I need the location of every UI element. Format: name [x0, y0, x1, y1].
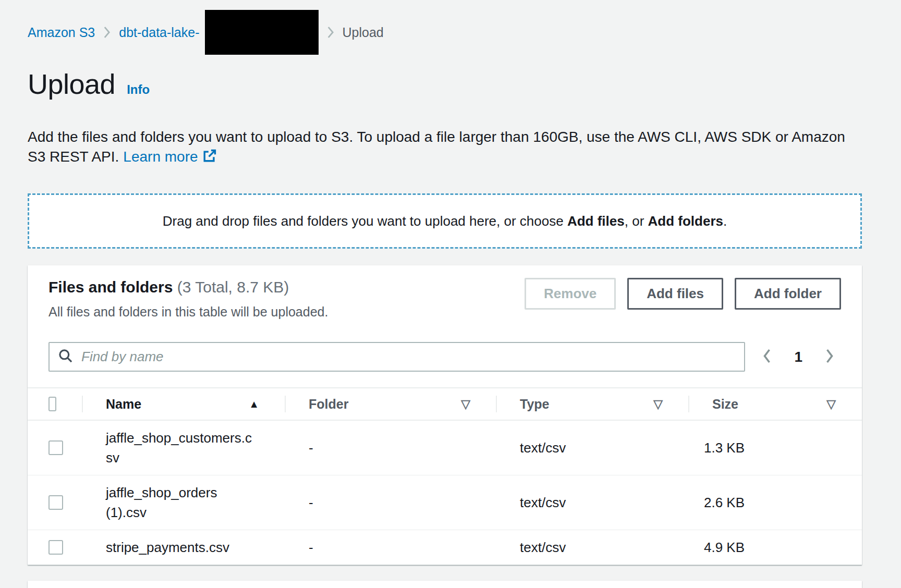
folder-cell: -	[285, 537, 496, 557]
row-checkbox[interactable]	[48, 440, 63, 455]
next-panel-partial	[28, 581, 862, 588]
row-select-cell	[28, 440, 82, 455]
panel-count-summary: (3 Total, 8.7 KB)	[177, 278, 289, 296]
search-box	[48, 342, 745, 372]
row-select-cell	[28, 495, 82, 510]
remove-button[interactable]: Remove	[525, 278, 616, 310]
files-and-folders-panel: Files and folders (3 Total, 8.7 KB) All …	[28, 265, 862, 565]
folder-cell: -	[285, 438, 496, 458]
column-label-size: Size	[712, 397, 738, 412]
page-content: Amazon S3 dbt-data-lake- Upload Upload I…	[0, 0, 901, 588]
breadcrumb-bucket[interactable]: dbt-data-lake-	[119, 25, 199, 40]
row-checkbox[interactable]	[48, 540, 63, 555]
row-select-cell	[28, 540, 82, 555]
column-header-type[interactable]: Type ▽	[496, 388, 689, 420]
chevron-right-icon	[824, 348, 835, 365]
external-link-icon[interactable]	[202, 150, 216, 166]
file-name-cell: stripe_payments.csv	[82, 537, 257, 557]
page-title-row: Upload Info	[28, 68, 862, 100]
sort-ascending-icon[interactable]: ▲	[249, 398, 259, 410]
add-folder-button[interactable]: Add folder	[735, 278, 841, 310]
breadcrumb-current-upload: Upload	[343, 25, 384, 40]
table-toolbar: 1	[28, 342, 862, 372]
drop-zone-text-middle: , or	[625, 213, 648, 229]
file-name-cell: jaffle_shop_customers.csv	[82, 428, 257, 468]
column-label-name: Name	[106, 397, 141, 412]
column-label-type: Type	[520, 397, 550, 412]
panel-subtitle: All files and folders in this table will…	[48, 304, 328, 320]
drop-zone-text-suffix: .	[723, 213, 727, 229]
redacted-bucket-name	[205, 10, 319, 55]
select-all-checkbox[interactable]	[48, 397, 56, 411]
row-checkbox[interactable]	[48, 495, 63, 510]
sort-down-icon[interactable]: ▽	[826, 397, 836, 411]
drag-drop-zone[interactable]: Drag and drop files and folders you want…	[28, 193, 862, 249]
pagination: 1	[762, 348, 841, 365]
drop-zone-text: Drag and drop files and folders you want…	[163, 213, 727, 229]
chevron-right-icon	[103, 26, 111, 39]
table-row: jaffle_shop_customers.csv - text/csv 1.3…	[28, 421, 862, 475]
breadcrumb-amazon-s3[interactable]: Amazon S3	[28, 25, 95, 40]
panel-actions: Remove Add files Add folder	[525, 278, 841, 310]
panel-header: Files and folders (3 Total, 8.7 KB) All …	[28, 278, 862, 320]
table-row: stripe_payments.csv - text/csv 4.9 KB	[28, 530, 862, 565]
type-cell: text/csv	[496, 537, 689, 557]
file-name-cell: jaffle_shop_orders (1).csv	[82, 483, 257, 522]
type-cell: text/csv	[496, 493, 689, 512]
select-all-header-cell	[28, 388, 82, 420]
search-icon	[58, 348, 73, 365]
page-title: Upload	[28, 68, 115, 100]
drop-zone-add-folders-label: Add folders	[648, 213, 723, 229]
folder-cell: -	[285, 493, 496, 512]
info-link[interactable]: Info	[127, 82, 150, 97]
previous-page-button[interactable]	[762, 348, 772, 365]
panel-title-label: Files and folders	[48, 278, 173, 296]
learn-more-link[interactable]: Learn more	[123, 149, 198, 165]
files-table: Name ▲ Folder ▽ Type ▽ Size ▽	[28, 387, 862, 565]
size-cell: 1.3 KB	[689, 438, 862, 458]
chevron-right-icon	[327, 26, 334, 39]
column-header-name[interactable]: Name ▲	[82, 388, 285, 420]
type-cell: text/csv	[496, 438, 689, 458]
table-header-row: Name ▲ Folder ▽ Type ▽ Size ▽	[28, 387, 862, 421]
chevron-left-icon	[762, 348, 772, 365]
size-cell: 4.9 KB	[689, 537, 862, 557]
table-row: jaffle_shop_orders (1).csv - text/csv 2.…	[28, 475, 862, 530]
size-cell: 2.6 KB	[689, 493, 862, 512]
drop-zone-add-files-label: Add files	[567, 213, 625, 229]
sort-down-icon[interactable]: ▽	[653, 397, 663, 411]
panel-title: Files and folders (3 Total, 8.7 KB)	[48, 278, 328, 297]
search-input[interactable]	[80, 343, 736, 371]
next-page-button[interactable]	[824, 348, 835, 365]
panel-header-text: Files and folders (3 Total, 8.7 KB) All …	[48, 278, 328, 320]
column-label-folder: Folder	[309, 397, 348, 412]
current-page-number[interactable]: 1	[794, 349, 802, 365]
column-header-size[interactable]: Size ▽	[689, 388, 862, 420]
column-header-folder[interactable]: Folder ▽	[285, 388, 496, 420]
drop-zone-text-prefix: Drag and drop files and folders you want…	[163, 213, 567, 229]
sort-down-icon[interactable]: ▽	[461, 397, 470, 411]
add-files-button[interactable]: Add files	[627, 278, 723, 310]
breadcrumb: Amazon S3 dbt-data-lake- Upload	[28, 23, 862, 42]
intro-paragraph: Add the files and folders you want to up…	[28, 127, 862, 168]
